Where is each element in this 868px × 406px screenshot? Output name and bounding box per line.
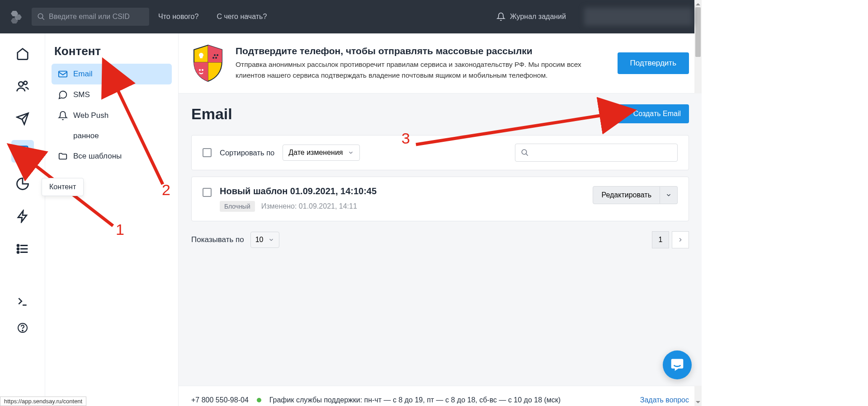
page-footer: +7 800 550-98-04 График службы поддержки… (179, 386, 702, 406)
sidebar-item-label: Web Push (73, 111, 108, 120)
per-page-value: 10 (255, 236, 264, 244)
user-profile[interactable] (584, 8, 693, 26)
shield-icon (191, 44, 225, 82)
sidebar-title: Контент (52, 44, 172, 64)
svg-point-23 (217, 54, 218, 56)
sidebar-item-label: Все шаблоны (73, 152, 122, 161)
svg-point-30 (522, 149, 527, 154)
search-placeholder: Введите email или CSID (49, 13, 130, 21)
page-title: Email (191, 105, 232, 123)
footer-schedule: График службы поддержки: пн-чт — с 8 до … (269, 396, 561, 404)
svg-point-3 (38, 14, 43, 19)
nav-subscribers-icon[interactable] (11, 75, 34, 98)
svg-point-13 (17, 245, 19, 247)
ask-question-link[interactable]: Задать вопрос (640, 396, 689, 404)
svg-point-25 (212, 57, 214, 59)
journal-label: Журнал заданий (510, 13, 566, 21)
sort-value: Дате изменения (288, 149, 343, 157)
nav-automation-icon[interactable] (11, 205, 34, 228)
sort-dropdown[interactable]: Дате изменения (283, 145, 359, 161)
svg-point-6 (24, 81, 27, 85)
sidebar-item-all-templates[interactable]: Все шаблоны (52, 146, 172, 167)
template-title: Новый шаблон 01.09.2021, 14:10:45 (220, 186, 585, 196)
verify-phone-banner: Подтвердите телефон, чтобы отправлять ма… (179, 33, 702, 93)
primary-nav-rail: Контент (0, 33, 45, 406)
svg-point-24 (215, 57, 217, 59)
main-content: Подтвердите телефон, чтобы отправлять ма… (179, 33, 702, 406)
svg-rect-19 (59, 71, 67, 77)
nav-send-icon[interactable] (11, 107, 34, 130)
svg-point-18 (22, 330, 23, 331)
row-checkbox[interactable] (203, 188, 212, 197)
svg-point-15 (17, 252, 19, 253)
page-next-button[interactable] (672, 231, 689, 248)
banner-title: Подтвердите телефон, чтобы отправлять ма… (236, 46, 607, 56)
chat-widget-button[interactable] (663, 350, 692, 379)
sidebar-item-favorites[interactable]: ранное (52, 126, 172, 146)
getting-started-link[interactable]: С чего начать? (217, 13, 267, 21)
search-input[interactable]: Введите email или CSID (32, 8, 149, 26)
sidebar-item-label: SMS (73, 90, 90, 99)
nav-list-icon[interactable] (11, 238, 34, 260)
sidebar-item-sms[interactable]: SMS (52, 84, 172, 105)
svg-point-26 (199, 69, 201, 71)
page-number-1[interactable]: 1 (652, 231, 669, 248)
create-button-label: Создать Email (633, 110, 681, 118)
per-page-dropdown[interactable]: 10 (250, 232, 279, 248)
sidebar-item-label: Email (73, 70, 93, 79)
nav-stats-icon[interactable] (11, 173, 34, 195)
confirm-phone-button[interactable]: Подтвердить (618, 52, 689, 74)
sort-label: Сортировать по (220, 149, 274, 157)
footer-phone: +7 800 550-98-04 (191, 396, 249, 404)
svg-point-14 (17, 248, 19, 250)
nav-help-icon[interactable] (11, 320, 34, 336)
whats-new-link[interactable]: Что нового? (158, 13, 198, 21)
sidebar-item-webpush[interactable]: Web Push (52, 105, 172, 126)
top-header: Введите email или CSID Что нового? С чег… (0, 0, 702, 33)
template-type-chip: Блочный (220, 201, 255, 212)
template-modified: Изменено: 01.09.2021, 14:11 (261, 202, 357, 210)
select-all-checkbox[interactable] (203, 148, 212, 157)
svg-line-31 (526, 154, 528, 156)
create-email-button[interactable]: Создать Email (613, 104, 689, 123)
journal-link[interactable]: Журнал заданий (496, 12, 566, 21)
per-page-label: Показывать по (191, 235, 244, 244)
secondary-sidebar: Контент Email SMS Web Push ранное Все ша… (45, 33, 179, 406)
banner-description: Отправка анонимных рассылок противоречит… (236, 59, 607, 81)
app-logo-icon[interactable] (9, 10, 23, 23)
status-dot-icon (257, 398, 261, 402)
svg-rect-7 (17, 146, 28, 157)
svg-line-4 (42, 18, 44, 20)
sidebar-item-label: ранное (73, 131, 99, 140)
template-row[interactable]: Новый шаблон 01.09.2021, 14:10:45 Блочны… (191, 177, 689, 221)
edit-template-dropdown[interactable] (660, 186, 678, 204)
sidebar-item-email[interactable]: Email (52, 64, 172, 84)
svg-point-5 (19, 82, 23, 86)
nav-home-icon[interactable] (11, 42, 34, 65)
nav-content-icon[interactable] (11, 140, 34, 163)
svg-rect-21 (200, 55, 203, 58)
edit-template-button[interactable]: Редактировать (593, 186, 660, 204)
list-toolbar: Сортировать по Дате изменения (191, 135, 689, 170)
svg-point-27 (202, 69, 203, 71)
nav-tooltip: Контент (42, 178, 84, 196)
nav-terminal-icon[interactable] (11, 294, 34, 310)
template-search-input[interactable] (515, 144, 678, 162)
svg-point-22 (214, 54, 216, 56)
browser-status-bar: https://app.sendsay.ru/content (0, 397, 86, 406)
